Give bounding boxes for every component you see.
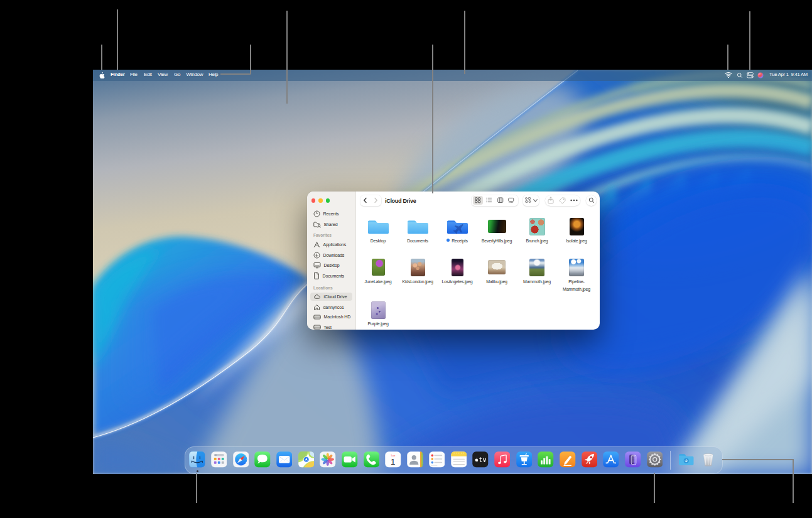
svg-text:Tue: Tue xyxy=(391,454,396,457)
svg-text:1: 1 xyxy=(391,457,395,467)
